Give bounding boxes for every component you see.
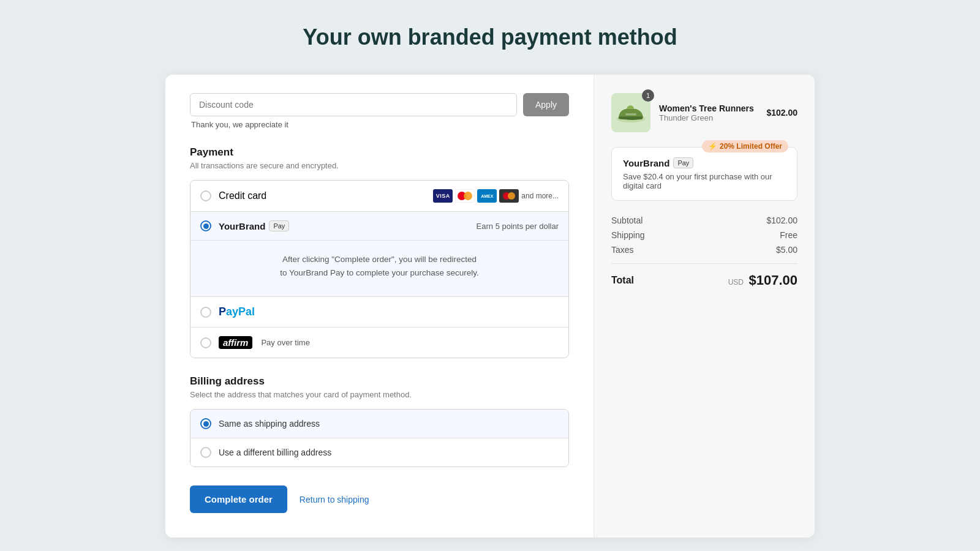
yourbrand-header: YourBrand Pay Earn 5 points per dollar [190, 212, 568, 240]
amex-icon: AMEX [477, 189, 497, 203]
product-info: Women's Tree Runners Thunder Green [659, 103, 758, 122]
billing-option-different[interactable]: Use a different billing address [190, 438, 568, 467]
promo-badge-icon: ⚡ [708, 142, 717, 151]
total-value: USD $107.00 [728, 272, 797, 288]
yourbrand-pay-badge: Pay [269, 220, 289, 231]
taxes-value: $5.00 [776, 245, 797, 255]
total-amount: $107.00 [748, 272, 797, 288]
promo-badge-text: 20% Limited Offer [720, 142, 782, 151]
billing-different-label: Use a different billing address [219, 448, 331, 457]
svg-rect-3 [625, 113, 636, 116]
total-currency: USD [728, 278, 744, 287]
radio-same-address [200, 418, 211, 429]
payment-title: Payment [190, 146, 569, 159]
promo-brand-name: YourBrand [623, 158, 669, 168]
mastercard-icon [455, 189, 475, 203]
billing-subtitle: Select the address that matches your car… [190, 390, 569, 399]
card-icons: VISA AMEX and more... [433, 189, 559, 203]
radio-affirm [200, 337, 211, 348]
product-image-wrap: 1 [611, 93, 650, 132]
subtotal-label: Subtotal [611, 216, 643, 225]
billing-options: Same as shipping address Use a different… [190, 409, 569, 467]
left-panel: Apply Thank you, we appreciate it Paymen… [165, 75, 594, 538]
shipping-row: Shipping Free [611, 230, 797, 240]
shipping-label: Shipping [611, 230, 645, 240]
shipping-value: Free [780, 230, 797, 240]
discount-row: Apply [190, 93, 569, 116]
maestro-icon [499, 189, 519, 203]
yourbrand-brand-name: YourBrand [219, 221, 265, 231]
billing-title: Billing address [190, 375, 569, 388]
promo-brand-row: YourBrand Pay [623, 157, 786, 168]
visa-icon: VISA [433, 189, 453, 203]
return-to-shipping-link[interactable]: Return to shipping [300, 495, 369, 504]
svg-point-1 [508, 192, 515, 200]
subtotal-row: Subtotal $102.00 [611, 216, 797, 225]
discount-note: Thank you, we appreciate it [190, 120, 569, 129]
payment-option-credit-card[interactable]: Credit card VISA AMEX and more... [190, 181, 568, 212]
product-quantity-badge: 1 [642, 89, 654, 102]
payment-option-paypal[interactable]: PayPal [190, 297, 568, 328]
promo-badge: ⚡ 20% Limited Offer [702, 140, 788, 152]
yourbrand-earn-text: Earn 5 points per dollar [477, 222, 559, 231]
credit-card-label: Credit card [219, 190, 266, 201]
discount-input[interactable] [190, 93, 517, 116]
and-more-label: and more... [521, 192, 559, 200]
promo-card: ⚡ 20% Limited Offer YourBrand Pay Save $… [611, 147, 797, 201]
taxes-row: Taxes $5.00 [611, 245, 797, 255]
payment-options: Credit card VISA AMEX and more... [190, 180, 569, 358]
promo-save-text: Save $20.4 on your first purchase with o… [623, 172, 786, 190]
promo-pay-badge: Pay [673, 157, 693, 168]
product-price: $102.00 [766, 108, 797, 118]
radio-paypal [200, 307, 211, 318]
checkout-card: Apply Thank you, we appreciate it Paymen… [165, 75, 815, 538]
yourbrand-redirect-text: After clicking "Complete order", you wil… [190, 240, 568, 296]
action-row: Complete order Return to shipping [190, 485, 569, 513]
complete-order-button[interactable]: Complete order [190, 485, 287, 513]
product-row: 1 Women's Tree Runners Thunder Green $10… [611, 93, 797, 132]
right-panel: 1 Women's Tree Runners Thunder Green $10… [594, 75, 815, 538]
payment-subtitle: All transactions are secure and encrypte… [190, 161, 569, 170]
affirm-logo: affirm [219, 336, 252, 349]
subtotal-value: $102.00 [766, 216, 797, 225]
product-variant: Thunder Green [659, 113, 758, 122]
product-name: Women's Tree Runners [659, 103, 758, 113]
total-label: Total [611, 275, 634, 286]
affirm-pay-over-time: Pay over time [261, 338, 309, 347]
total-row: Total USD $107.00 [611, 263, 797, 288]
billing-option-same[interactable]: Same as shipping address [190, 410, 568, 438]
billing-same-label: Same as shipping address [219, 419, 320, 429]
paypal-logo: PayPal [219, 305, 255, 318]
radio-different-address [200, 447, 211, 458]
taxes-label: Taxes [611, 245, 634, 255]
payment-option-affirm[interactable]: affirm Pay over time [190, 328, 568, 358]
page-title: Your own branded payment method [303, 24, 677, 50]
payment-option-yourbrand[interactable]: YourBrand Pay Earn 5 points per dollar A… [190, 212, 568, 297]
radio-yourbrand [200, 220, 211, 231]
radio-credit-card [200, 190, 211, 201]
apply-button[interactable]: Apply [523, 93, 569, 116]
